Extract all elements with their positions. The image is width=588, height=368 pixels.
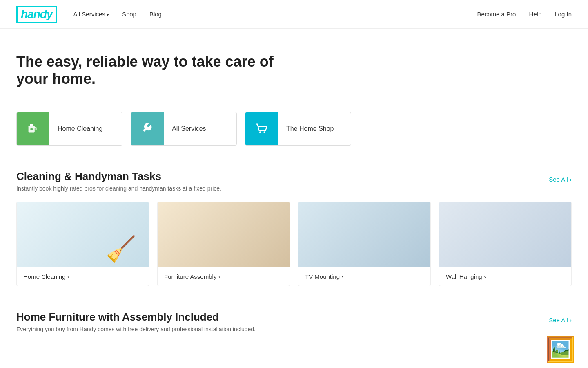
- tasks-section-title: Cleaning & Handyman Tasks: [16, 170, 161, 183]
- home-cleaning-image: [17, 202, 149, 267]
- furniture-assembly-image: [158, 202, 290, 267]
- furniture-section-header: Home Furniture with Assembly Included Se…: [16, 311, 572, 323]
- wall-hanging-label: Wall Hanging: [439, 267, 571, 286]
- category-home-cleaning[interactable]: Home Cleaning: [16, 112, 122, 146]
- tasks-section-subtitle: Instantly book highly rated pros for cle…: [16, 185, 572, 192]
- logo[interactable]: handy: [16, 6, 57, 23]
- cart-icon: [245, 112, 278, 145]
- nav-link-help[interactable]: Help: [529, 11, 541, 18]
- shopping-cart-icon: [254, 121, 270, 137]
- furniture-assembly-label: Furniture Assembly: [158, 267, 290, 286]
- home-cleaning-label: Home Cleaning: [17, 267, 149, 286]
- svg-point-6: [259, 131, 261, 133]
- nav-link-login[interactable]: Log In: [555, 11, 572, 18]
- nav-link-blog[interactable]: Blog: [149, 11, 162, 18]
- furniture-see-all[interactable]: See All: [549, 316, 572, 323]
- category-all-services-label: All Services: [164, 125, 214, 132]
- category-home-cleaning-label: Home Cleaning: [49, 125, 111, 132]
- furniture-section: Home Furniture with Assembly Included Se…: [0, 294, 588, 350]
- svg-point-7: [263, 131, 265, 133]
- tasks-section: Cleaning & Handyman Tasks See All Instan…: [0, 162, 588, 294]
- tv-mounting-label: TV Mounting: [298, 267, 430, 286]
- cleaning-spray-icon: [25, 121, 41, 137]
- svg-point-2: [30, 128, 33, 130]
- svg-rect-4: [36, 127, 37, 130]
- category-cards-row: Home Cleaning All Services The Home Shop: [0, 104, 588, 162]
- category-home-shop[interactable]: The Home Shop: [245, 112, 351, 146]
- task-wall-hanging[interactable]: Wall Hanging: [439, 202, 572, 286]
- wall-hanging-image: [439, 202, 571, 267]
- svg-rect-0: [30, 124, 33, 126]
- furniture-section-title: Home Furniture with Assembly Included: [16, 311, 219, 323]
- nav-link-become-pro[interactable]: Become a Pro: [477, 11, 516, 18]
- nav-left-links: All Services Shop Blog: [73, 11, 162, 18]
- services-wrench-icon: [140, 121, 155, 137]
- wrench-icon: [131, 112, 164, 145]
- task-furniture-assembly[interactable]: Furniture Assembly: [157, 202, 290, 286]
- nav-link-all-services[interactable]: All Services: [73, 11, 109, 18]
- tasks-see-all[interactable]: See All: [549, 176, 572, 183]
- navbar: handy All Services Shop Blog Become a Pr…: [0, 0, 588, 29]
- cleaning-icon: [17, 112, 49, 145]
- hero-headline: The easy, reliable way to take care of y…: [16, 53, 302, 88]
- task-home-cleaning[interactable]: Home Cleaning: [16, 202, 149, 286]
- category-home-shop-label: The Home Shop: [278, 125, 342, 132]
- tv-mounting-image: [298, 202, 430, 267]
- service-cards-grid: Home Cleaning Furniture Assembly TV Moun…: [16, 202, 572, 286]
- category-all-services[interactable]: All Services: [131, 112, 237, 146]
- nav-right-links: Become a Pro Help Log In: [477, 11, 572, 18]
- svg-point-5: [143, 131, 145, 132]
- task-tv-mounting[interactable]: TV Mounting: [298, 202, 431, 286]
- nav-link-shop[interactable]: Shop: [122, 11, 136, 18]
- tasks-section-header: Cleaning & Handyman Tasks See All: [16, 170, 572, 183]
- hero-section: The easy, reliable way to take care of y…: [0, 29, 588, 104]
- furniture-section-subtitle: Everything you buy from Handy comes with…: [16, 326, 572, 332]
